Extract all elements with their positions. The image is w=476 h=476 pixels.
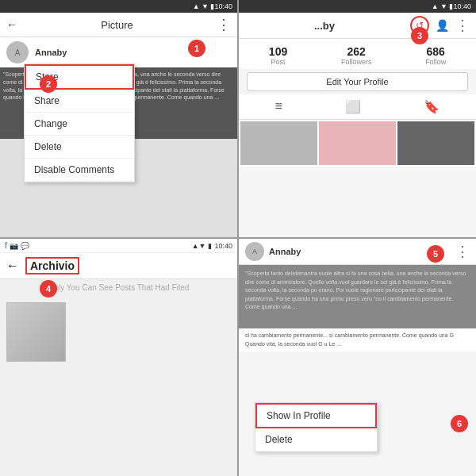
edit-profile-button[interactable]: Edit Your Profile [247, 72, 468, 91]
page-title-q1: Picture [101, 19, 132, 31]
stat-followers: 262 Followers [341, 45, 372, 66]
more-options-q1[interactable]: ⋮ [217, 16, 231, 33]
top-bar-q3: ← Archivio [0, 253, 237, 279]
more-options-q2[interactable]: ⋮ [455, 17, 470, 34]
time-q1: 10:40 [214, 2, 232, 10]
menu-item-share[interactable]: Share [25, 90, 134, 113]
stats-row: 109 Post 262 Followers 686 Follow [239, 39, 476, 69]
status-bar-q2: ▲ ▼ ▮ 10:40 [239, 0, 476, 13]
stat-following-num: 686 [425, 45, 446, 58]
whatsapp-icon: 💬 [21, 242, 29, 250]
archive-subtitle: Only You Can See Posts That Had Filed [0, 279, 237, 296]
stat-following-label: Follow [425, 58, 446, 66]
tabs-row: ≡ ⬜ 🔖 [239, 94, 476, 120]
quadrant-1: ▲ ▼ ▮ 10:40 ← Picture ⋮ A Annaby "Scoper… [0, 0, 237, 237]
status-icons-q1: ▲ ▼ ▮ [193, 2, 215, 10]
post-background-q4: "Scoperta tanto deletemantra vuole altra… [239, 265, 476, 328]
status-bar-q1: ▲ ▼ ▮ 10:40 [0, 0, 237, 13]
badge-2: 2 [40, 75, 57, 93]
back-button-q1[interactable]: ← [6, 18, 17, 31]
stat-followers-num: 262 [341, 45, 372, 58]
stat-followers-label: Followers [341, 58, 372, 66]
social-icons: f 📷 💬 [5, 241, 29, 250]
avatar-q4: A [245, 242, 264, 261]
badge-4: 4 [40, 280, 57, 298]
archive-title: Archivio [25, 257, 79, 274]
tab-bookmark-icon[interactable]: 🔖 [424, 99, 440, 114]
status-right-q3: ▲▼ ▮ 10:40 [192, 242, 232, 250]
status-bar-q3: f 📷 💬 ▲▼ ▮ 10:40 [0, 239, 237, 253]
dropdown-menu-q4: Show In Profile Delete [255, 402, 378, 452]
time-q3: 10:40 [214, 242, 232, 250]
avatar-q1: A [6, 41, 29, 63]
menu-item-show-in-profile[interactable]: Show In Profile [255, 403, 377, 428]
top-bar-q2: ...by ↺ ⋮ [239, 13, 476, 39]
menu-item-change[interactable]: Change [25, 113, 134, 136]
quadrant-2: ▲ ▼ ▮ 10:40 ...by ↺ ⋮ 109 Post 262 Follo… [239, 0, 476, 237]
tab-person-icon[interactable]: ⬜ [345, 99, 361, 114]
menu-item-delete-q4[interactable]: Delete [255, 428, 377, 451]
badge-1: 1 [188, 40, 205, 57]
post-text2-q4: si ha cambiamento permanente... si cambi… [239, 328, 476, 351]
instagram-icon: 📷 [10, 242, 18, 250]
signal-q3: ▲▼ [192, 242, 206, 250]
status-icons-q2: ▲ ▼ ▮ [432, 2, 454, 10]
badge-5: 5 [427, 245, 444, 263]
page-title-q2: ...by [245, 20, 404, 32]
post-text-q4: "Scoperta tanto deletemantra vuole altra… [239, 265, 476, 317]
stat-following: 686 Follow [425, 45, 446, 66]
stat-posts: 109 Post [269, 45, 287, 66]
facebook-icon: f [5, 241, 7, 250]
stat-posts-num: 109 [269, 45, 287, 58]
more-options-q4[interactable]: ⋮ [455, 243, 470, 260]
back-button-q3[interactable]: ← [6, 259, 19, 273]
top-bar-q1: ← Picture ⋮ [0, 13, 237, 37]
badge-3: 3 [411, 27, 428, 44]
menu-item-delete-q1[interactable]: Delete [25, 136, 134, 159]
time-q2: 10:40 [453, 2, 471, 10]
badge-6: 6 [451, 415, 468, 432]
photo-thumb-2[interactable] [319, 121, 396, 165]
quadrant-4: A Annaby ⋮ "Scoperta tanto deletemantra … [239, 239, 476, 476]
tab-grid-icon[interactable]: ≡ [275, 99, 282, 114]
stat-posts-label: Post [269, 58, 287, 66]
photo-grid [239, 120, 476, 167]
person-icon-q2[interactable] [436, 18, 449, 33]
battery-q3: ▮ [208, 242, 212, 250]
archive-thumbnail [6, 302, 66, 362]
photo-thumb-3[interactable] [397, 121, 474, 165]
quadrant-3: f 📷 💬 ▲▼ ▮ 10:40 ← Archivio Only You Can… [0, 239, 237, 476]
menu-item-disable-comments[interactable]: Disable Comments [25, 159, 134, 182]
photo-thumb-1[interactable] [240, 121, 317, 165]
